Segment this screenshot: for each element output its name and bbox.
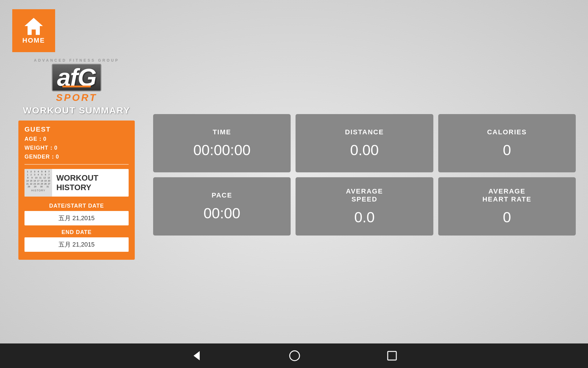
- end-date-label: END DATE: [24, 227, 129, 237]
- logo-container: ADVANCED FITNESS GROUP afG SPORT: [34, 58, 119, 103]
- back-icon: [190, 350, 203, 362]
- metric-calories-label: CALORIES: [487, 128, 527, 136]
- metric-time-label: TIME: [213, 128, 231, 136]
- metric-distance-value: 0.00: [350, 142, 379, 159]
- metric-calories: CALORIES 0: [438, 114, 576, 172]
- circle-icon: [288, 350, 301, 362]
- bottom-nav: [0, 343, 588, 368]
- metric-calories-value: 0: [503, 142, 511, 159]
- metrics-area: TIME 00:00:00 DISTANCE 0.00 CALORIES 0 P…: [153, 9, 576, 334]
- square-icon: [386, 350, 398, 361]
- metric-pace: PACE 00:00: [153, 177, 291, 236]
- metrics-row-1: TIME 00:00:00 DISTANCE 0.00 CALORIES 0: [153, 114, 576, 172]
- user-info: GUEST AGE：0 WEIGHT：0 GENDER：0: [24, 125, 129, 165]
- cal-grid: 1234567 1234567 8910111213 1415161718192…: [26, 170, 51, 188]
- metrics-row-2: PACE 00:00 AVERAGESPEED 0.0 AVERAGEHEART…: [153, 177, 576, 236]
- left-panel: ADVANCED FITNESS GROUP afG SPORT WORKOUT…: [12, 9, 141, 334]
- logo-top-text: ADVANCED FITNESS GROUP: [34, 58, 119, 63]
- recent-apps-button[interactable]: [386, 350, 398, 361]
- user-weight: WEIGHT：0: [24, 144, 129, 152]
- metric-pace-value: 00:00: [204, 205, 240, 222]
- svg-point-2: [290, 351, 300, 361]
- metric-avg-speed-label: AVERAGESPEED: [346, 187, 383, 203]
- metric-distance-label: DISTANCE: [345, 128, 384, 136]
- metric-time: TIME 00:00:00: [153, 114, 291, 172]
- metric-distance: DISTANCE 0.00: [296, 114, 433, 172]
- user-age: AGE：0: [24, 135, 129, 144]
- calendar-thumb: 1234567 1234567 8910111213 1415161718192…: [24, 169, 52, 197]
- home-nav-button[interactable]: [288, 350, 301, 362]
- workout-history-row[interactable]: 1234567 1234567 8910111213 1415161718192…: [24, 169, 129, 197]
- back-nav-button[interactable]: [190, 350, 203, 362]
- history-label: HISTORY: [31, 189, 46, 192]
- metric-avg-heart-rate-label: AVERAGEHEART RATE: [482, 187, 531, 203]
- svg-rect-3: [388, 351, 396, 360]
- metric-avg-speed: AVERAGESPEED 0.0: [296, 177, 433, 236]
- logo-stripe: [62, 86, 91, 87]
- workout-history-text: WORKOUT HISTORY: [52, 169, 129, 197]
- user-name: GUEST: [24, 125, 129, 133]
- svg-marker-0: [24, 18, 43, 35]
- logo-sport-text: SPORT: [56, 92, 97, 103]
- metric-pace-label: PACE: [212, 191, 232, 199]
- end-date-value[interactable]: 五月 21,2015: [24, 237, 129, 252]
- info-card: GUEST AGE：0 WEIGHT：0 GENDER：0 123456: [18, 121, 135, 260]
- date-start-label: DATE/START DATE: [24, 201, 129, 211]
- logo-main: afG: [52, 64, 101, 91]
- workout-history-title: WORKOUT HISTORY: [56, 173, 124, 192]
- svg-marker-1: [194, 351, 200, 360]
- home-button[interactable]: HOME: [12, 9, 55, 52]
- home-label: HOME: [22, 36, 45, 44]
- metric-avg-speed-value: 0.0: [354, 209, 375, 226]
- metric-time-value: 00:00:00: [193, 142, 251, 159]
- user-gender: GENDER：0: [24, 152, 129, 161]
- home-icon: [23, 17, 44, 35]
- date-start-value[interactable]: 五月 21,2015: [24, 211, 129, 225]
- metric-avg-heart-rate-value: 0: [503, 209, 511, 226]
- workout-summary-title: WORKOUT SUMMARY: [23, 105, 130, 116]
- metric-avg-heart-rate: AVERAGEHEART RATE 0: [438, 177, 576, 236]
